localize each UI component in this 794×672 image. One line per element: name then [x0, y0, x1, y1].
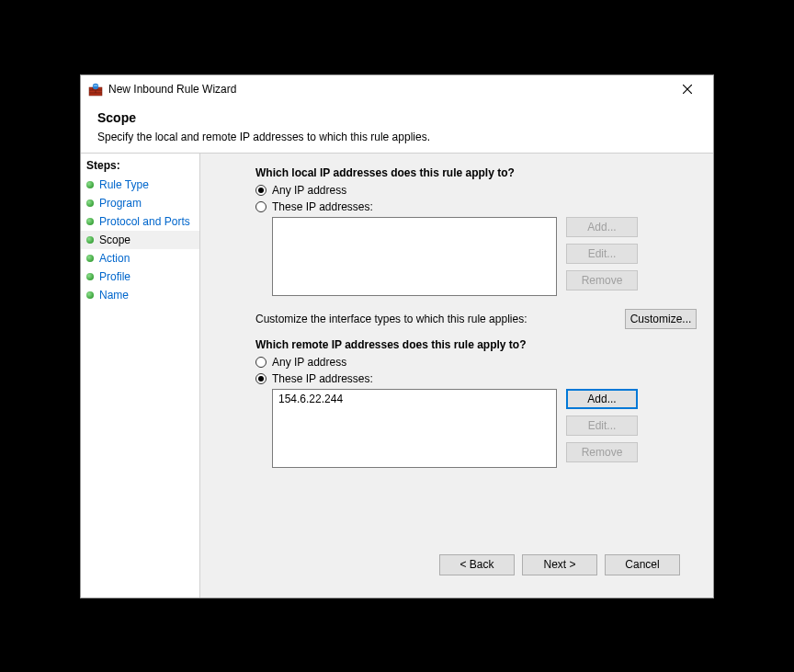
wizard-body: Steps: Rule TypeProgramProtocol and Port…: [81, 153, 713, 598]
local-edit-button[interactable]: Edit...: [566, 244, 638, 264]
sidebar-step-scope[interactable]: Scope: [81, 231, 199, 249]
customize-button[interactable]: Customize...: [625, 309, 697, 329]
wizard-window: New Inbound Rule Wizard Scope Specify th…: [80, 74, 714, 598]
step-label: Profile: [99, 270, 130, 283]
close-icon: [683, 85, 692, 94]
local-remove-button[interactable]: Remove: [566, 270, 638, 290]
local-any-radio-row[interactable]: Any IP address: [255, 184, 697, 197]
sidebar-step-action[interactable]: Action: [81, 249, 199, 268]
local-ip-section: Which local IP addresses does this rule …: [255, 166, 697, 296]
remote-question: Which remote IP addresses does this rule…: [255, 338, 697, 351]
step-bullet-icon: [86, 255, 94, 262]
local-ip-listbox[interactable]: [272, 217, 557, 296]
wizard-footer: < Back Next > Cancel: [255, 543, 697, 588]
cancel-button[interactable]: Cancel: [605, 554, 680, 575]
step-label: Name: [99, 289, 129, 302]
remote-these-radio-row[interactable]: These IP addresses:: [255, 372, 697, 385]
step-label: Scope: [99, 233, 130, 246]
step-bullet-icon: [86, 181, 94, 188]
next-button[interactable]: Next >: [522, 554, 597, 575]
local-question: Which local IP addresses does this rule …: [255, 166, 697, 179]
page-heading: Scope: [97, 110, 697, 125]
customize-text: Customize the interface types to which t…: [255, 313, 527, 325]
sidebar-step-rule-type[interactable]: Rule Type: [81, 176, 199, 194]
page-description: Specify the local and remote IP addresse…: [97, 131, 697, 143]
sidebar-step-protocol-and-ports[interactable]: Protocol and Ports: [81, 212, 199, 231]
remote-ip-listbox[interactable]: 154.6.22.244: [272, 389, 557, 468]
remote-edit-button[interactable]: Edit...: [566, 416, 638, 436]
local-any-radio[interactable]: [255, 185, 267, 196]
remote-remove-button[interactable]: Remove: [566, 442, 638, 462]
step-bullet-icon: [86, 273, 94, 280]
local-these-radio[interactable]: [255, 201, 267, 212]
sidebar-step-program[interactable]: Program: [81, 194, 199, 212]
local-add-button[interactable]: Add...: [566, 217, 638, 237]
steps-sidebar: Steps: Rule TypeProgramProtocol and Port…: [81, 154, 200, 598]
list-item[interactable]: 154.6.22.244: [277, 392, 552, 406]
firewall-icon: [88, 82, 103, 97]
titlebar: New Inbound Rule Wizard: [81, 75, 713, 103]
remote-any-radio-row[interactable]: Any IP address: [255, 356, 697, 369]
local-these-radio-row[interactable]: These IP addresses:: [255, 200, 697, 213]
customize-row: Customize the interface types to which t…: [255, 309, 697, 329]
step-label: Protocol and Ports: [99, 215, 190, 228]
step-label: Action: [99, 252, 130, 265]
local-these-label: These IP addresses:: [272, 200, 373, 213]
step-bullet-icon: [86, 291, 94, 299]
step-label: Rule Type: [99, 178, 149, 191]
remote-any-radio[interactable]: [255, 357, 267, 368]
page-header: Scope Specify the local and remote IP ad…: [81, 103, 713, 153]
content-pane: Which local IP addresses does this rule …: [200, 154, 713, 598]
close-button[interactable]: [669, 76, 706, 102]
remote-add-button[interactable]: Add...: [566, 389, 638, 409]
sidebar-step-profile[interactable]: Profile: [81, 268, 199, 286]
steps-header: Steps:: [81, 154, 199, 176]
window-title: New Inbound Rule Wizard: [108, 83, 669, 96]
remote-ip-section: Which remote IP addresses does this rule…: [255, 338, 697, 468]
sidebar-step-name[interactable]: Name: [81, 286, 199, 304]
remote-these-label: These IP addresses:: [272, 372, 373, 385]
remote-any-label: Any IP address: [272, 356, 346, 369]
step-label: Program: [99, 197, 142, 210]
step-bullet-icon: [86, 236, 94, 244]
local-any-label: Any IP address: [272, 184, 346, 197]
step-bullet-icon: [86, 218, 94, 225]
remote-these-radio[interactable]: [255, 373, 267, 384]
step-bullet-icon: [86, 199, 94, 207]
back-button[interactable]: < Back: [439, 554, 515, 575]
